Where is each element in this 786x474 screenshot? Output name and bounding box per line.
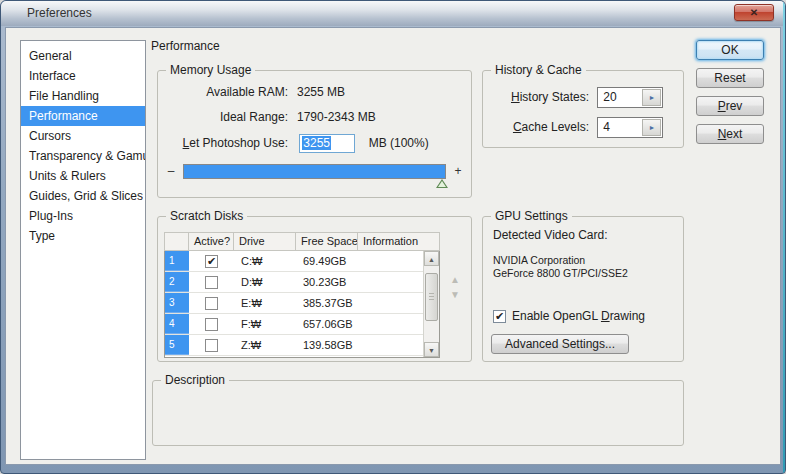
header-drive: Drive (234, 233, 296, 250)
memory-slider-fill (184, 165, 445, 178)
history-cache-group: History & Cache History States: 20 ► Cac… (482, 70, 684, 148)
slider-increase-label: + (451, 164, 465, 178)
drive-cell: E:₩ (234, 293, 296, 313)
history-states-dropdown-button[interactable]: ► (642, 89, 661, 106)
table-body: 1 ✔ C:₩ 69.49GB 2 D:₩ 30.23GB 3 (164, 251, 440, 358)
sidebar-item-interface[interactable]: Interface (21, 66, 145, 86)
move-disk-up-button[interactable]: ▲ (447, 273, 463, 287)
free-space-cell: 657.06GB (296, 314, 358, 334)
spin-arrow-icon: ► (648, 124, 655, 131)
sidebar-item-units-rulers[interactable]: Units & Rulers (21, 166, 145, 186)
memory-slider[interactable] (183, 164, 446, 179)
memory-input-suffix: MB (100%) (369, 136, 429, 150)
description-group-title: Description (161, 373, 229, 387)
active-checkbox[interactable] (205, 297, 218, 310)
selected-input-text: 3255 (302, 136, 331, 150)
gpu-settings-group-title: GPU Settings (491, 209, 572, 223)
sidebar-item-performance[interactable]: Performance (21, 106, 145, 126)
window-edge-highlight (783, 1, 785, 473)
history-states-value: 20 (603, 90, 616, 104)
table-row[interactable]: 2 D:₩ 30.23GB (165, 272, 439, 293)
close-button[interactable]: ✕ (734, 4, 774, 21)
gpu-settings-group: GPU Settings Detected Video Card: NVIDIA… (482, 216, 684, 362)
drive-cell: D:₩ (234, 272, 296, 292)
advanced-settings-button[interactable]: Advanced Settings... (491, 334, 629, 354)
row-number: 1 (165, 251, 189, 271)
spin-arrow-icon: ► (648, 94, 655, 101)
description-group: Description (152, 380, 684, 446)
header-free-space: Free Space (296, 233, 358, 250)
free-space-cell: 30.23GB (296, 272, 358, 292)
table-row[interactable]: 4 F:₩ 657.06GB (165, 314, 439, 335)
titlebar[interactable]: Preferences ✕ (1, 1, 785, 26)
scratch-disks-group: Scratch Disks Active? Drive Free Space I… (157, 216, 472, 362)
scroll-down-button[interactable]: ▼ (424, 342, 439, 357)
table-row[interactable]: 3 E:₩ 385.37GB (165, 293, 439, 314)
history-cache-group-title: History & Cache (491, 63, 586, 77)
active-checkbox[interactable]: ✔ (205, 255, 218, 268)
enable-opengl-checkbox[interactable]: ✔ (493, 310, 506, 323)
table-header: Active? Drive Free Space Information (164, 232, 440, 251)
move-disk-down-button[interactable]: ▼ (447, 288, 463, 302)
available-ram-label: Available RAM: (164, 85, 288, 99)
cache-levels-input[interactable]: 4 ► (597, 117, 663, 138)
settings-category-list: General Interface File Handling Performa… (20, 40, 146, 460)
reset-button[interactable]: Reset (696, 68, 764, 88)
cache-levels-label: Cache Levels: (483, 120, 589, 134)
row-number: 3 (165, 293, 189, 313)
prev-button[interactable]: Prev (696, 96, 764, 116)
cache-levels-dropdown-button[interactable]: ► (642, 119, 661, 136)
sidebar-item-transparency-gamut[interactable]: Transparency & Gamut (21, 146, 145, 166)
memory-slider-row: – + (164, 163, 465, 179)
scroll-up-button[interactable]: ▲ (424, 251, 439, 266)
sidebar-item-plug-ins[interactable]: Plug-Ins (21, 206, 145, 226)
history-states-row: History States: 20 ► (483, 87, 663, 108)
sidebar-item-type[interactable]: Type (21, 226, 145, 246)
enable-opengl-label: Enable OpenGL Drawing (512, 309, 645, 323)
row-number: 5 (165, 335, 189, 355)
move-down-icon: ▼ (450, 289, 460, 300)
slider-decrease-label: – (164, 164, 178, 178)
video-card-vendor: NVIDIA Corporation (493, 254, 585, 266)
close-icon: ✕ (750, 7, 758, 18)
video-card-model: GeForce 8800 GT/PCI/SSE2 (493, 267, 628, 279)
next-button[interactable]: Next (696, 124, 764, 144)
scratch-disks-group-title: Scratch Disks (166, 209, 247, 223)
active-checkbox[interactable] (205, 339, 218, 352)
header-number (165, 233, 189, 250)
scroll-down-icon: ▼ (428, 347, 435, 354)
active-checkbox[interactable] (205, 276, 218, 289)
let-photoshop-use-label: Let Photoshop Use: (164, 136, 288, 150)
active-checkbox[interactable] (205, 318, 218, 331)
sidebar-item-file-handling[interactable]: File Handling (21, 86, 145, 106)
slider-thumb[interactable] (436, 179, 448, 188)
dialog-body: General Interface File Handling Performa… (5, 27, 781, 465)
ok-button[interactable]: OK (696, 40, 764, 60)
let-photoshop-use-row: Let Photoshop Use: 3255 MB (100%) (164, 134, 465, 153)
history-states-label: History States: (483, 90, 589, 104)
table-row[interactable]: 1 ✔ C:₩ 69.49GB (165, 251, 439, 272)
ideal-range-value: 1790-2343 MB (297, 110, 376, 124)
row-number: 2 (165, 272, 189, 292)
enable-opengl-row: ✔ Enable OpenGL Drawing (493, 309, 645, 323)
sidebar-item-general[interactable]: General (21, 46, 145, 66)
sidebar-item-cursors[interactable]: Cursors (21, 126, 145, 146)
ideal-range-row: Ideal Range:1790-2343 MB (164, 110, 465, 124)
scrollbar-thumb[interactable] (425, 273, 438, 321)
sidebar-item-guides-grid-slices[interactable]: Guides, Grid & Slices (21, 186, 145, 206)
scratch-disk-table: Active? Drive Free Space Information 1 ✔… (164, 232, 440, 358)
table-row[interactable]: 5 Z:₩ 139.58GB (165, 335, 439, 356)
row-number: 4 (165, 314, 189, 334)
move-up-icon: ▲ (450, 274, 460, 285)
header-information: Information (358, 233, 439, 250)
available-ram-value: 3255 MB (297, 85, 345, 99)
free-space-cell: 385.37GB (296, 293, 358, 313)
free-space-cell: 69.49GB (296, 251, 358, 271)
memory-usage-group-title: Memory Usage (166, 63, 255, 77)
history-states-input[interactable]: 20 ► (597, 87, 663, 108)
cache-levels-value: 4 (603, 120, 610, 134)
table-scrollbar[interactable]: ▲ ▼ (423, 251, 439, 357)
scroll-up-icon: ▲ (428, 256, 435, 263)
memory-amount-input[interactable]: 3255 (299, 134, 355, 153)
available-ram-row: Available RAM:3255 MB (164, 85, 465, 99)
